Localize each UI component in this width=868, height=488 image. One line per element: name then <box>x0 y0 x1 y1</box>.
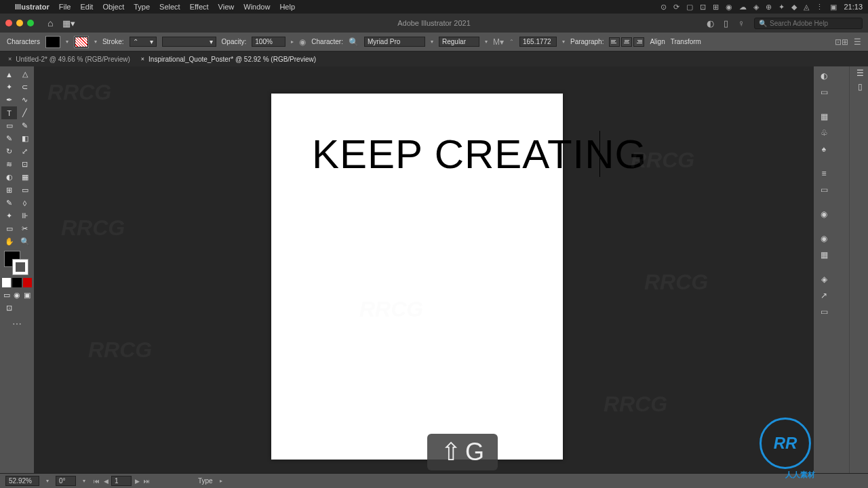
zoom-tool[interactable]: 🔍 <box>17 235 33 248</box>
stroke-color-swatch[interactable] <box>74 36 89 48</box>
menu-app-name[interactable]: Illustrator <box>15 3 50 11</box>
transform-label[interactable]: Transform <box>671 38 701 45</box>
touch-type-icon[interactable]: M▾ <box>493 37 504 47</box>
wifi2-icon[interactable]: ⋮ <box>816 3 823 12</box>
font-style-input[interactable] <box>439 37 479 47</box>
width-tool[interactable]: ≋ <box>1 158 17 171</box>
screen-mode-button[interactable]: ▭ <box>1 289 12 302</box>
font-size-input[interactable] <box>519 37 557 47</box>
document-panel-button[interactable]: ▯ <box>852 80 867 94</box>
pen-tool[interactable]: ✒ <box>1 94 17 106</box>
line-tool[interactable]: ╱ <box>17 106 33 119</box>
gradient-panel-button[interactable]: ▭ <box>816 183 831 197</box>
align-center-button[interactable] <box>621 37 632 47</box>
cc-icon[interactable]: ✦ <box>778 3 785 12</box>
direct-selection-tool[interactable]: △ <box>17 68 33 81</box>
minimize-window-button[interactable] <box>16 20 23 26</box>
lasso-tool[interactable]: ⊂ <box>17 81 33 94</box>
menu-help[interactable]: Help <box>279 3 295 11</box>
screen-mode2-button[interactable]: ◉ <box>12 289 22 302</box>
stepper-icon[interactable]: ⌃ <box>509 39 514 45</box>
transparency-panel-button[interactable]: ◉ <box>816 207 831 221</box>
align-right-button[interactable] <box>633 37 644 47</box>
arrange-icon[interactable]: ▯ <box>724 18 728 28</box>
opacity-input[interactable] <box>252 37 285 47</box>
tab-untitled[interactable]: × Untitled-2* @ 49.66 % (RGB/Preview) <box>3 54 136 65</box>
artboard-tool[interactable]: ▭ <box>1 222 17 235</box>
workspace-icon[interactable]: ▦▾ <box>62 18 75 28</box>
home-icon[interactable]: ⌂ <box>47 18 53 28</box>
menu-select[interactable]: Select <box>159 3 180 11</box>
input-icon[interactable]: ▣ <box>830 3 837 12</box>
edit-toolbar-button[interactable]: ⊡ <box>1 302 17 314</box>
text-object[interactable]: KEEP CREATING <box>312 131 647 178</box>
appearance-panel-button[interactable]: ◉ <box>816 232 831 245</box>
menu-effect[interactable]: Effect <box>190 3 209 11</box>
swatches-panel-button[interactable]: ♧ <box>816 126 831 140</box>
mesh-tool[interactable]: ⊞ <box>1 184 17 197</box>
layers-panel-button[interactable]: ◈ <box>816 272 831 286</box>
menu-file[interactable]: File <box>59 3 71 11</box>
menu-object[interactable]: Object <box>102 3 124 11</box>
recolor-icon[interactable]: ◉ <box>299 37 306 47</box>
chevron-down-icon[interactable]: ▾ <box>485 39 488 45</box>
bluetooth-icon[interactable]: ⊞ <box>713 3 719 12</box>
screen-icon[interactable]: ⊡ <box>700 3 706 12</box>
align-left-button[interactable] <box>609 37 620 47</box>
fill-color-swatch[interactable] <box>45 36 60 48</box>
chevron-down-icon[interactable]: ▾ <box>94 39 97 45</box>
canvas[interactable]: KEEP CREATING ⇧ G RRCG RRCG RRCG RRCG RR… <box>34 66 814 473</box>
shape-builder-tool[interactable]: ◐ <box>1 171 17 184</box>
paintbrush-tool[interactable]: ✎ <box>17 119 33 132</box>
stroke-panel-button[interactable]: ≡ <box>816 167 831 180</box>
brushes-panel-button[interactable]: ♠ <box>816 142 831 156</box>
chevron-down-icon[interactable]: ▾ <box>46 478 49 484</box>
tab-inspirational[interactable]: × Inspirational_Quote_Poster* @ 52.92 % … <box>136 54 321 65</box>
artboard-number-input[interactable] <box>111 476 132 486</box>
shield-icon[interactable]: ⊕ <box>766 3 772 12</box>
stroke-weight-dropdown[interactable]: ⌃▾ <box>130 37 157 47</box>
fill-stroke-indicator[interactable] <box>4 251 28 275</box>
chevron-down-icon[interactable]: ▾ <box>431 39 433 45</box>
next-artboard-button[interactable]: ▶ <box>133 477 141 485</box>
rotation-input[interactable] <box>56 476 76 486</box>
asset-export-panel-button[interactable]: ↗ <box>816 289 831 302</box>
artboard[interactable]: KEEP CREATING <box>271 94 563 460</box>
cloud-icon[interactable]: ☁ <box>739 3 747 12</box>
eyedropper-tool[interactable]: ✎ <box>1 197 17 209</box>
draw-behind-button[interactable] <box>12 278 21 287</box>
draw-inside-button[interactable] <box>23 278 32 287</box>
menu-window[interactable]: Window <box>243 3 270 11</box>
slice-tool[interactable]: ✂ <box>17 222 33 235</box>
libraries-panel-button[interactable]: ▭ <box>816 85 831 99</box>
align-label[interactable]: Align <box>650 38 665 45</box>
isolation-icon[interactable]: ⊡⊞ <box>835 37 848 47</box>
close-icon[interactable]: × <box>141 56 144 62</box>
font-family-input[interactable] <box>364 37 425 47</box>
rectangle-tool[interactable]: ▭ <box>1 119 17 132</box>
gradient-tool[interactable]: ▭ <box>17 184 33 197</box>
curvature-tool[interactable]: ∿ <box>17 94 33 106</box>
comments-panel-button[interactable]: ☰ <box>852 66 867 80</box>
shaper-tool[interactable]: ✎ <box>1 132 17 145</box>
chevron-right-icon[interactable]: ▸ <box>220 478 222 484</box>
cloud-sync-icon[interactable]: ◐ <box>707 18 714 28</box>
perspective-tool[interactable]: ▦ <box>17 171 33 184</box>
screen-mode3-button[interactable]: ▣ <box>22 289 33 302</box>
search-box[interactable]: 🔍 <box>754 18 863 29</box>
learn-icon[interactable]: ♀ <box>738 18 745 28</box>
font-search-icon[interactable]: 🔍 <box>349 37 359 47</box>
menu-icon[interactable]: ☰ <box>854 37 861 47</box>
graphic-styles-panel-button[interactable]: ▦ <box>816 248 831 262</box>
first-artboard-button[interactable]: ⏮ <box>92 477 100 485</box>
color-panel-button[interactable]: ▦ <box>816 110 831 123</box>
hand-tool[interactable]: ✋ <box>1 235 17 248</box>
dropbox-icon[interactable]: ◆ <box>791 3 797 12</box>
last-artboard-button[interactable]: ⏭ <box>142 477 151 485</box>
search-input[interactable] <box>770 20 858 27</box>
close-icon[interactable]: × <box>8 56 12 62</box>
graph-tool[interactable]: ⊪ <box>17 209 33 222</box>
status-icon[interactable]: ◈ <box>753 3 759 12</box>
maximize-window-button[interactable] <box>27 20 34 26</box>
chevron-down-icon[interactable]: ▾ <box>66 39 68 45</box>
